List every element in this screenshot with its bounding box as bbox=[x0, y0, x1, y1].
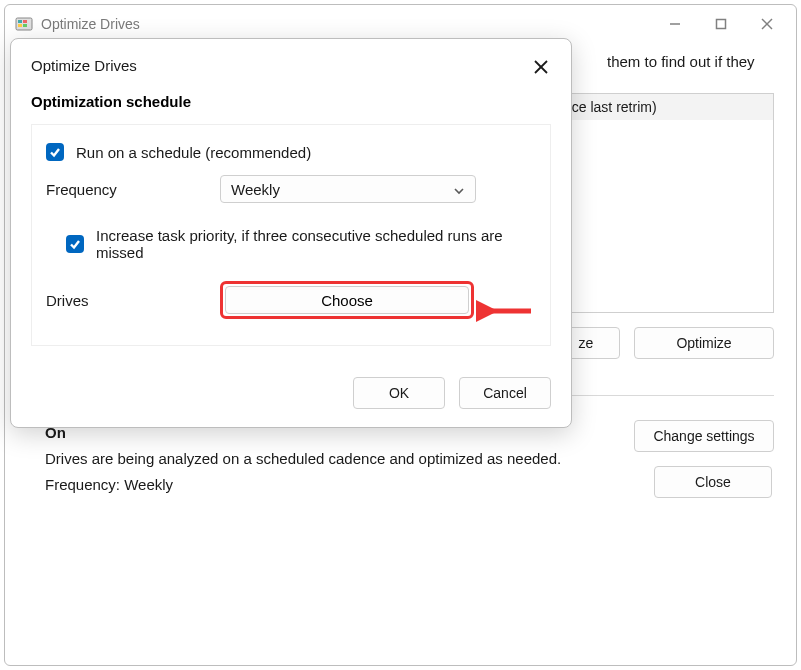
close-window-button[interactable] bbox=[744, 9, 790, 39]
frequency-row: Frequency Weekly bbox=[46, 175, 536, 203]
window-controls bbox=[652, 9, 790, 39]
window-footer: Close bbox=[654, 466, 772, 498]
change-settings-button[interactable]: Change settings bbox=[634, 420, 774, 452]
chevron-down-icon bbox=[453, 183, 465, 195]
ok-button[interactable]: OK bbox=[353, 377, 445, 409]
minimize-button[interactable] bbox=[652, 9, 698, 39]
svg-rect-4 bbox=[23, 24, 27, 27]
increase-priority-label: Increase task priority, if three consecu… bbox=[96, 227, 536, 261]
run-on-schedule-label: Run on a schedule (recommended) bbox=[76, 144, 311, 161]
maximize-button[interactable] bbox=[698, 9, 744, 39]
drives-row: Drives Choose bbox=[46, 281, 536, 319]
cancel-button[interactable]: Cancel bbox=[459, 377, 551, 409]
check-icon bbox=[49, 146, 61, 158]
frequency-value: Weekly bbox=[231, 181, 280, 198]
window-title: Optimize Drives bbox=[41, 16, 652, 32]
dialog-footer: OK Cancel bbox=[31, 353, 551, 409]
frequency-select[interactable]: Weekly bbox=[220, 175, 476, 203]
run-on-schedule-row: Run on a schedule (recommended) bbox=[46, 143, 536, 161]
svg-rect-3 bbox=[18, 24, 22, 27]
schedule-desc: Drives are being analyzed on a scheduled… bbox=[45, 450, 561, 467]
optimize-button[interactable]: Optimize bbox=[634, 327, 774, 359]
schedule-text: On Drives are being analyzed on a schedu… bbox=[45, 420, 561, 498]
schedule-freq: Frequency: Weekly bbox=[45, 476, 173, 493]
app-icon bbox=[15, 15, 33, 33]
optimization-schedule-dialog: Optimize Drives Optimization schedule Ru… bbox=[10, 38, 572, 428]
svg-rect-6 bbox=[717, 20, 726, 29]
dialog-close-button[interactable] bbox=[531, 57, 551, 77]
close-button[interactable]: Close bbox=[654, 466, 772, 498]
drives-label: Drives bbox=[46, 292, 220, 309]
svg-rect-1 bbox=[18, 20, 22, 23]
choose-button-highlight: Choose bbox=[220, 281, 474, 319]
schedule-options-box: Run on a schedule (recommended) Frequenc… bbox=[31, 124, 551, 346]
dialog-title: Optimize Drives bbox=[31, 57, 531, 74]
dialog-heading: Optimization schedule bbox=[31, 93, 551, 110]
close-icon bbox=[534, 60, 548, 74]
svg-rect-2 bbox=[23, 20, 27, 23]
increase-priority-row: Increase task priority, if three consecu… bbox=[46, 227, 536, 261]
increase-priority-checkbox[interactable] bbox=[66, 235, 84, 253]
run-on-schedule-checkbox[interactable] bbox=[46, 143, 64, 161]
frequency-label: Frequency bbox=[46, 181, 220, 198]
check-icon bbox=[69, 238, 81, 250]
choose-button[interactable]: Choose bbox=[225, 286, 469, 314]
dialog-titlebar: Optimize Drives bbox=[31, 57, 551, 77]
